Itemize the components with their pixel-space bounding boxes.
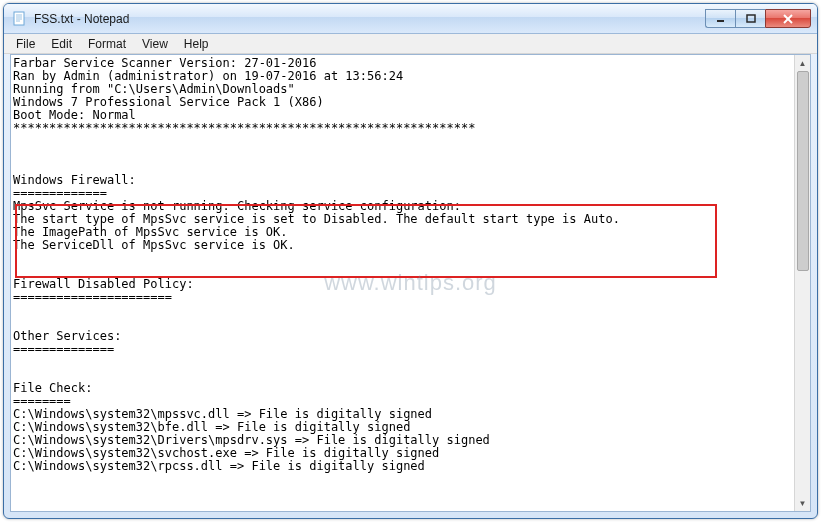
window-title: FSS.txt - Notepad	[34, 12, 705, 26]
notepad-icon	[12, 11, 28, 27]
notepad-window: FSS.txt - Notepad File Edit Format View …	[3, 3, 818, 519]
menu-help[interactable]: Help	[176, 35, 217, 53]
menubar: File Edit Format View Help	[4, 34, 817, 54]
minimize-button[interactable]	[705, 9, 735, 28]
titlebar[interactable]: FSS.txt - Notepad	[4, 4, 817, 34]
scroll-up-arrow[interactable]: ▲	[795, 55, 810, 71]
maximize-button[interactable]	[735, 9, 765, 28]
vertical-scrollbar: ▲ ▼	[794, 55, 810, 511]
editor-area: Farbar Service Scanner Version: 27-01-20…	[10, 54, 811, 512]
close-button[interactable]	[765, 9, 811, 28]
text-content[interactable]: Farbar Service Scanner Version: 27-01-20…	[11, 55, 794, 511]
menu-file[interactable]: File	[8, 35, 43, 53]
menu-edit[interactable]: Edit	[43, 35, 80, 53]
menu-view[interactable]: View	[134, 35, 176, 53]
menu-format[interactable]: Format	[80, 35, 134, 53]
scroll-down-arrow[interactable]: ▼	[795, 495, 810, 511]
window-controls	[705, 9, 811, 28]
svg-rect-6	[747, 15, 755, 22]
scroll-thumb[interactable]	[797, 71, 809, 271]
